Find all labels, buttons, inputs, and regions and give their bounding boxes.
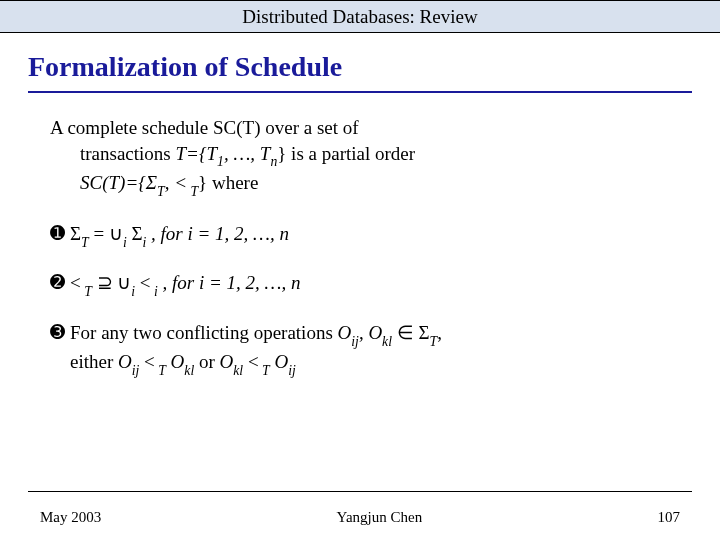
bullet-1: ➊ ΣT = ∪i Σi , for i = 1, 2, …, n [50, 221, 680, 250]
bullet-2: ➋ < T ⊇ ∪i < i , for i = 1, 2, …, n [50, 270, 680, 299]
circled-three-icon: ➌ [50, 320, 70, 344]
footer-page-number: 107 [657, 509, 680, 526]
footer-author: Yangjun Chen [337, 509, 423, 526]
intro-line3: SC(T)={ΣT, < T} where [50, 170, 680, 199]
footer: May 2003 Yangjun Chen 107 [0, 509, 720, 526]
footer-date: May 2003 [40, 509, 101, 526]
bullet-3: ➌ For any two conflicting operations Oij… [50, 320, 680, 379]
bullet-1-body: ΣT = ∪i Σi , for i = 1, 2, …, n [70, 221, 680, 250]
bullet-2-body: < T ⊇ ∪i < i , for i = 1, 2, …, n [70, 270, 680, 299]
circled-two-icon: ➋ [50, 270, 70, 294]
footer-rule [28, 491, 692, 492]
circled-one-icon: ➊ [50, 221, 70, 245]
slide-title: Formalization of Schedule [28, 51, 692, 83]
content-area: A complete schedule SC(T) over a set of … [0, 99, 720, 378]
header-bar: Distributed Databases: Review [0, 0, 720, 33]
intro-line2: transactions T={T1, …, Tn} is a partial … [50, 141, 680, 170]
heading-section: Formalization of Schedule [0, 33, 720, 99]
intro-line1: A complete schedule SC(T) over a set of [50, 117, 359, 138]
intro-paragraph: A complete schedule SC(T) over a set of … [50, 115, 680, 199]
bullet-3-line2: either Oij < T Okl or Okl < T Oij [70, 349, 680, 378]
title-underline [28, 91, 692, 93]
header-title: Distributed Databases: Review [242, 6, 477, 27]
bullet-3-body: For any two conflicting operations Oij, … [70, 320, 680, 379]
